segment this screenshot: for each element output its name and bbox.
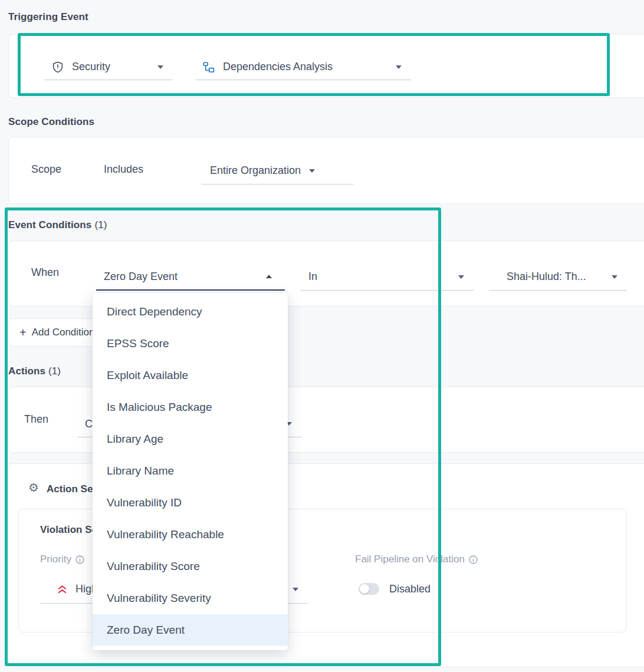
scope-operator-label: Includes [104,163,143,176]
triggering-event-card: Security Dependencies Analysis [8,34,644,98]
chevron-down-icon [458,275,464,279]
add-condition-label: Add Condition [32,327,95,338]
condition-field-value: Zero Day Event [104,271,178,283]
condition-value: Shai-Hulud: Th... [507,271,586,283]
event-conditions-heading-text: Event Conditions [8,219,91,230]
toggle-knob [360,584,369,594]
actions-count: (1) [48,365,61,377]
info-icon[interactable] [468,555,478,565]
actions-heading: Actions(1) [8,365,61,377]
triggering-event-heading-text: Triggering Event [8,11,88,22]
dropdown-option[interactable]: Vulnerability Severity [93,582,288,614]
dropdown-option[interactable]: Library Age [93,423,288,455]
scope-value-select[interactable]: Entire Organization [201,157,353,185]
dropdown-option[interactable]: Vulnerability ID [93,487,288,519]
chevron-down-icon [309,169,315,173]
chevron-up-icon [266,275,272,278]
info-icon[interactable] [75,555,85,565]
dependencies-analysis-icon [202,61,215,74]
scope-value: Entire Organization [210,164,301,177]
scope-conditions-heading-text: Scope Conditions [8,116,94,127]
chevron-down-icon [612,275,617,279]
gear-icon: ⚙ [28,482,39,493]
scope-conditions-card: Scope Includes Entire Organization [8,137,644,204]
condition-operator-value: In [308,271,317,283]
fail-pipeline-label: Fail Pipeline on Violation [355,554,465,565]
actions-heading-text: Actions [8,365,45,377]
priority-label: Priority [40,554,71,565]
dropdown-option[interactable]: Zero Day Event [93,614,288,646]
event-type-select[interactable]: Dependencies Analysis [195,54,411,80]
when-label: When [31,266,59,279]
then-label: Then [24,413,48,426]
fail-pipeline-label-row: Fail Pipeline on Violation [355,554,478,565]
scope-conditions-heading: Scope Conditions [8,116,94,128]
condition-value-select[interactable]: Shai-Hulud: Th... [489,263,627,291]
high-priority-icon [57,585,68,594]
condition-operator-select[interactable]: In [300,263,474,291]
priority-label-row: Priority [40,554,85,565]
chevron-down-icon [396,65,402,69]
chevron-down-icon [293,588,298,591]
event-type-value: Dependencies Analysis [223,61,333,73]
event-category-select[interactable]: Security [44,54,173,80]
condition-dropdown-menu: Direct DependencyEPSS ScoreExploit Avail… [93,293,288,650]
fail-pipeline-state: Disabled [389,583,431,595]
dropdown-option[interactable]: Exploit Available [93,360,288,391]
dropdown-option[interactable]: Is Malicious Package [93,391,288,423]
dropdown-option[interactable]: Direct Dependency [93,296,288,328]
condition-field-select[interactable]: Zero Day Event [96,263,285,291]
triggering-event-heading: Triggering Event [8,11,88,23]
event-conditions-count: (1) [94,219,107,230]
dropdown-option[interactable]: EPSS Score [93,328,288,360]
policy-builder-page: Triggering Event Security De [0,0,644,672]
plus-icon: + [19,326,27,340]
event-category-value: Security [72,61,110,73]
dropdown-option[interactable]: Vulnerability Reachable [93,519,288,551]
dropdown-option[interactable]: Vulnerability Score [93,551,288,582]
event-conditions-heading: Event Conditions(1) [8,219,107,231]
fail-pipeline-toggle[interactable] [359,583,379,595]
security-shield-icon [51,61,64,74]
chevron-down-icon [157,65,163,69]
dropdown-option[interactable]: Library Name [93,455,288,487]
scope-label: Scope [31,163,61,176]
